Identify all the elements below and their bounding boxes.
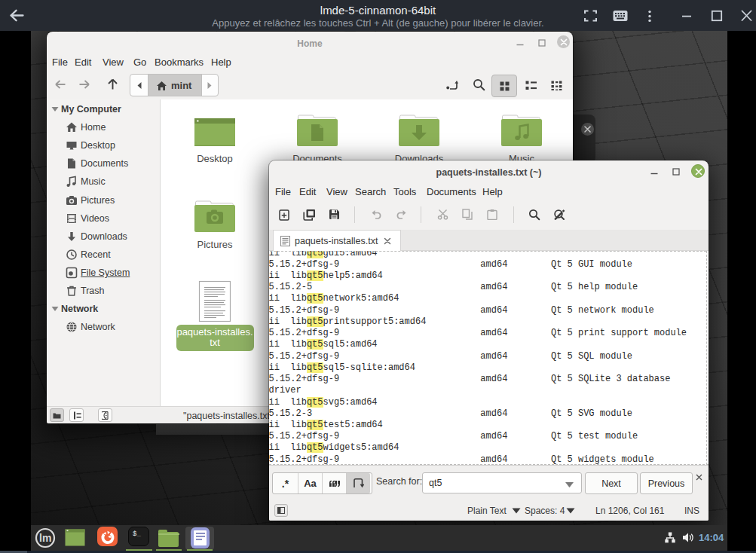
- svg-text:lm: lm: [39, 532, 51, 544]
